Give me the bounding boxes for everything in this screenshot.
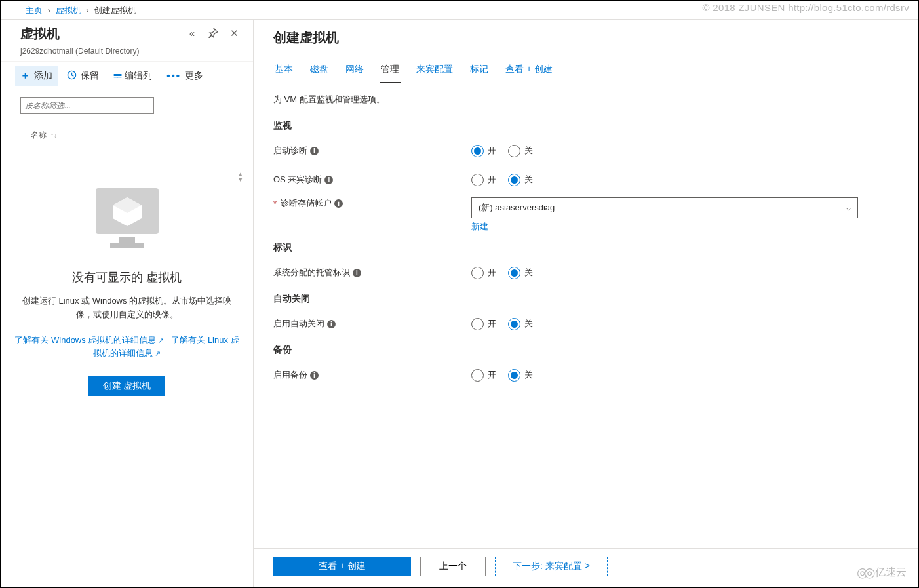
identity-on[interactable]: 开 [471, 267, 496, 279]
os-diag-on[interactable]: 开 [471, 174, 496, 186]
sort-icon: ↑↓ [50, 132, 57, 139]
create-vm-blade: 创建虚拟机 基本 磁盘 网络 管理 来宾配置 标记 查看 + 创建 为 VM 配… [254, 20, 918, 588]
blade-title: 虚拟机 [20, 25, 186, 43]
directory-label: j2629zdhotmail (Default Directory) [1, 47, 253, 61]
breadcrumb-vm[interactable]: 虚拟机 [56, 5, 81, 15]
dropdown-value: (新) asiaserversdiag [479, 202, 555, 214]
create-vm-button[interactable]: 创建 虚拟机 [88, 376, 166, 396]
scroll-indicator: ▴▾ [239, 171, 243, 182]
autoshutdown-on[interactable]: 开 [471, 318, 496, 330]
info-icon[interactable]: i [310, 371, 319, 380]
section-autoshutdown: 自动关闭 [273, 293, 899, 305]
tab-review[interactable]: 查看 + 创建 [504, 60, 554, 83]
section-monitor: 监视 [273, 120, 899, 132]
empty-title: 没有可显示的 虚拟机 [1, 269, 253, 285]
more-label: 更多 [185, 70, 203, 82]
boot-diag-off[interactable]: 关 [508, 145, 533, 157]
breadcrumb-home[interactable]: 主页 [26, 5, 43, 15]
autoshutdown-off[interactable]: 关 [508, 318, 533, 330]
info-icon[interactable]: i [353, 269, 361, 277]
wizard-footer: 查看 + 创建 上一个 下一步: 来宾配置 > [254, 548, 918, 588]
section-backup: 备份 [273, 344, 899, 356]
backup-on[interactable]: 开 [471, 369, 496, 382]
columns-icon: ≡≡ [113, 71, 121, 81]
diag-storage-dropdown[interactable]: (新) asiaserversdiag ⌵ [471, 197, 858, 218]
info-icon[interactable]: i [310, 147, 319, 155]
svg-rect-3 [110, 243, 144, 248]
more-button[interactable]: ••• 更多 [161, 66, 208, 86]
windows-vm-link[interactable]: 了解有关 Windows 虚拟机的详细信息 [14, 335, 164, 345]
column-header-name[interactable]: 名称 ↑↓ [1, 118, 253, 146]
previous-button[interactable]: 上一个 [420, 557, 486, 576]
keep-button[interactable]: 保留 [62, 66, 104, 86]
add-label: 添加 [34, 70, 52, 82]
section-identity: 标识 [273, 242, 899, 254]
tab-basic[interactable]: 基本 [273, 60, 294, 83]
label-boot-diag: 启动诊断 i [273, 145, 471, 157]
wizard-tabs: 基本 磁盘 网络 管理 来宾配置 标记 查看 + 创建 [273, 60, 899, 83]
collapse-icon[interactable]: « [186, 28, 198, 40]
label-backup: 启用备份 i [273, 369, 471, 381]
breadcrumb: 主页 › 虚拟机 › 创建虚拟机 [1, 1, 918, 20]
next-button[interactable]: 下一步: 来宾配置 > [495, 557, 608, 576]
more-icon: ••• [166, 70, 181, 81]
info-icon[interactable]: i [324, 176, 333, 184]
label-os-diag: OS 来宾诊断 i [273, 174, 471, 186]
breadcrumb-current: 创建虚拟机 [94, 5, 136, 15]
backup-off[interactable]: 关 [508, 369, 533, 382]
os-diag-off[interactable]: 关 [508, 174, 533, 186]
breadcrumb-sep: › [48, 5, 50, 15]
vm-list-blade: 虚拟机 « ✕ j2629zdhotmail (Default Director… [1, 20, 254, 588]
review-create-button[interactable]: 查看 + 创建 [273, 557, 411, 576]
tab-disk[interactable]: 磁盘 [309, 60, 330, 83]
keep-label: 保留 [81, 70, 99, 82]
tab-description: 为 VM 配置监视和管理选项。 [273, 94, 899, 106]
tab-guest[interactable]: 来宾配置 [415, 60, 454, 83]
empty-state: 没有可显示的 虚拟机 创建运行 Linux 或 Windows 的虚拟机。从市场… [1, 146, 253, 396]
chevron-down-icon: ⌵ [846, 203, 851, 212]
tab-network[interactable]: 网络 [344, 60, 365, 83]
label-auto-shutdown: 启用自动关闭 i [273, 318, 471, 330]
plus-icon: ＋ [20, 69, 30, 82]
clock-icon [67, 70, 77, 82]
tab-tags[interactable]: 标记 [469, 60, 490, 83]
empty-desc: 创建运行 Linux 或 Windows 的虚拟机。从市场中选择映像，或使用自定… [1, 294, 253, 322]
label-diag-storage: * 诊断存储帐户 i [273, 197, 471, 209]
svg-rect-2 [119, 237, 135, 243]
identity-off[interactable]: 关 [508, 267, 533, 279]
create-title: 创建虚拟机 [254, 20, 918, 60]
new-storage-link[interactable]: 新建 [471, 221, 858, 233]
toolbar: ＋ 添加 保留 ≡≡ 编辑列 ••• 更多 [1, 61, 253, 90]
boot-diag-on[interactable]: 开 [471, 145, 496, 157]
add-button[interactable]: ＋ 添加 [15, 66, 58, 86]
close-icon[interactable]: ✕ [228, 28, 240, 40]
info-icon[interactable]: i [334, 199, 343, 208]
tab-manage[interactable]: 管理 [380, 60, 401, 83]
vm-empty-icon [88, 183, 166, 255]
breadcrumb-sep: › [86, 5, 88, 15]
filter-input[interactable] [20, 97, 154, 114]
label-managed-identity: 系统分配的托管标识 i [273, 267, 471, 279]
pin-icon[interactable] [207, 28, 219, 40]
col-name-label: 名称 [31, 130, 47, 141]
edit-columns-button[interactable]: ≡≡ 编辑列 [108, 66, 157, 86]
info-icon[interactable]: i [327, 320, 336, 328]
editcols-label: 编辑列 [125, 70, 152, 82]
